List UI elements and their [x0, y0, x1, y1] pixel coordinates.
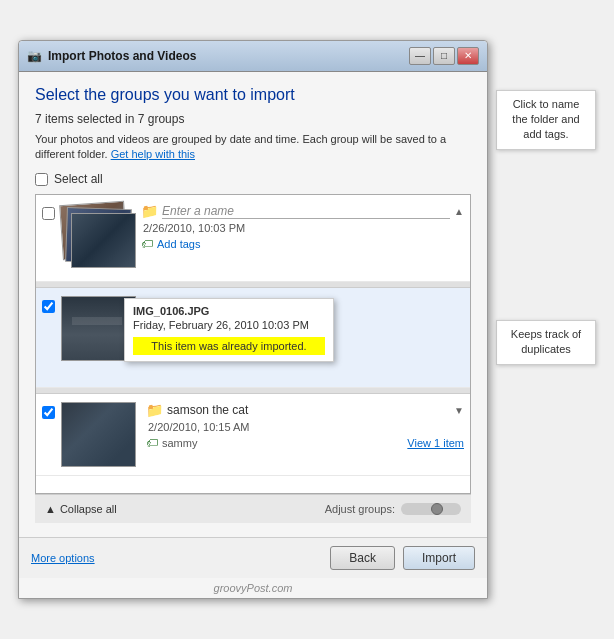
slider-thumb: [431, 503, 443, 515]
tooltip-date: Friday, February 26, 2010 10:03 PM: [133, 319, 325, 331]
folder-icon-3: 📁: [146, 402, 163, 418]
titlebar: 📷 Import Photos and Videos — □ ✕: [19, 41, 487, 72]
tag-icon-1: 🏷: [141, 237, 153, 251]
window-title: Import Photos and Videos: [48, 49, 196, 63]
item3-thumbnail: [61, 402, 136, 467]
callout-bottom: Keeps track of duplicates: [496, 320, 596, 365]
view-items-link[interactable]: View 1 item: [407, 437, 464, 449]
item3-date: 2/20/2010, 10:15 AM: [148, 421, 464, 433]
item1-tag[interactable]: Add tags: [157, 238, 200, 250]
import-button[interactable]: Import: [403, 546, 475, 570]
items-subtitle: 7 items selected in 7 groups: [35, 112, 471, 126]
item1-details: 📁 Enter a name ▲ 2/26/2010, 10:03 PM 🏷 A…: [141, 203, 464, 251]
help-link[interactable]: Get help with this: [111, 148, 195, 160]
item1-expand[interactable]: ▲: [454, 206, 464, 217]
adjust-groups-row: Adjust groups:: [325, 503, 461, 515]
item3-tag-row: 🏷 sammy View 1 item: [146, 436, 464, 450]
photo-layer-3: [71, 213, 136, 268]
callout-top: Click to name the folder and add tags.: [496, 90, 596, 150]
duplicate-tooltip: IMG_0106.JPG Friday, February 26, 2010 1…: [124, 298, 334, 362]
titlebar-buttons: — □ ✕: [409, 47, 479, 65]
item1-tag-row: 🏷 Add tags: [141, 237, 464, 251]
footer-buttons: Back Import: [330, 546, 475, 570]
item1-thumbnail: [61, 203, 141, 273]
item2-checkbox[interactable]: [42, 300, 55, 313]
callout-area: Click to name the folder and add tags. K…: [488, 40, 596, 365]
item1-name: Enter a name: [162, 204, 450, 219]
watermark: groovyPost.com: [19, 578, 487, 598]
item1-checkbox[interactable]: [42, 207, 55, 220]
item1-folder-row: 📁 Enter a name ▲: [141, 203, 464, 219]
content-area: Select the groups you want to import 7 i…: [19, 72, 487, 538]
item1-date: 2/26/2010, 10:03 PM: [143, 222, 464, 234]
groups-slider[interactable]: [401, 503, 461, 515]
maximize-button[interactable]: □: [433, 47, 455, 65]
list-item: 📁 samson the cat ▼ 2/20/2010, 10:15 AM 🏷…: [36, 394, 470, 476]
description-text: Your photos and videos are grouped by da…: [35, 132, 471, 163]
adjust-groups-label: Adjust groups:: [325, 503, 395, 515]
back-button[interactable]: Back: [330, 546, 395, 570]
more-options-link[interactable]: More options: [31, 552, 95, 564]
item3-tag: sammy: [162, 437, 197, 449]
folder-icon: 📁: [141, 203, 158, 219]
collapse-all-label: Collapse all: [60, 503, 117, 515]
select-all-checkbox[interactable]: [35, 173, 48, 186]
item3-name: samson the cat: [167, 403, 450, 417]
minimize-button[interactable]: —: [409, 47, 431, 65]
item3-checkbox[interactable]: [42, 406, 55, 419]
page-title: Select the groups you want to import: [35, 86, 471, 104]
window-icon: 📷: [27, 49, 42, 63]
list-item: 📁 Enter a name ▲ 2/26/2010, 10:03 PM 🏷 A…: [36, 195, 470, 282]
bottom-bar: ▲ Collapse all Adjust groups:: [35, 494, 471, 523]
footer: More options Back Import: [19, 537, 487, 578]
item3-folder-row: 📁 samson the cat ▼: [146, 402, 464, 418]
item3-expand[interactable]: ▼: [454, 405, 464, 416]
item1-name-text: Enter a name: [162, 204, 234, 218]
tooltip-filename: IMG_0106.JPG: [133, 305, 325, 317]
titlebar-left: 📷 Import Photos and Videos: [27, 49, 196, 63]
collapse-arrow-icon: ▲: [45, 503, 56, 515]
select-all-row: Select all: [35, 172, 471, 186]
tooltip-warning: This item was already imported.: [133, 337, 325, 355]
list-item: IMG_0106.JPG Friday, February 26, 2010 1…: [36, 288, 470, 388]
main-window: 📷 Import Photos and Videos — □ ✕ Select …: [18, 40, 488, 600]
tag-icon-3: 🏷: [146, 436, 158, 450]
description-body: Your photos and videos are grouped by da…: [35, 133, 446, 160]
photo-groups-list[interactable]: 📁 Enter a name ▲ 2/26/2010, 10:03 PM 🏷 A…: [35, 194, 471, 494]
item3-details: 📁 samson the cat ▼ 2/20/2010, 10:15 AM 🏷…: [146, 402, 464, 450]
select-all-label: Select all: [54, 172, 103, 186]
collapse-all-button[interactable]: ▲ Collapse all: [45, 503, 117, 515]
close-button[interactable]: ✕: [457, 47, 479, 65]
